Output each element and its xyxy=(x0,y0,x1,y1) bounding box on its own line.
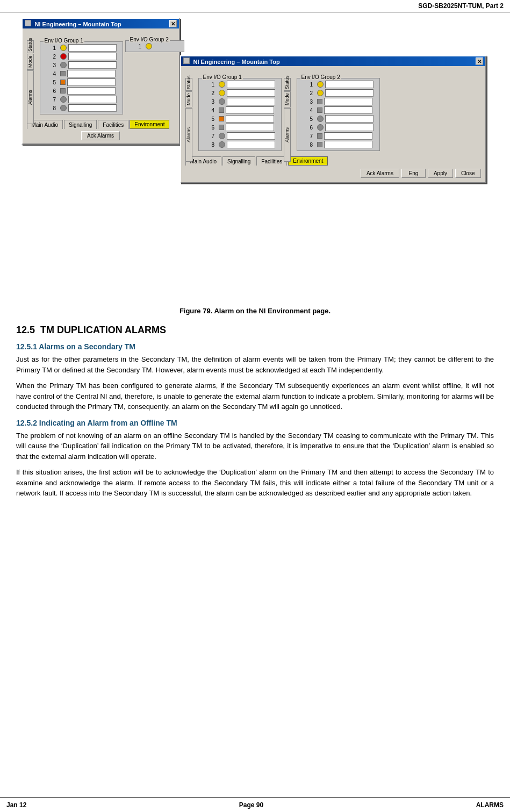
input-f2-5[interactable] xyxy=(325,115,373,123)
footer-left: Jan 12 xyxy=(6,801,26,809)
page-footer: Jan 12 Page 90 ALARMS xyxy=(0,797,510,812)
env-row-f1-4: 4 xyxy=(200,106,280,114)
input-f1-8[interactable] xyxy=(227,141,275,148)
eng-button[interactable]: Eng xyxy=(401,169,426,178)
window-back-title: NI Engineering – Mountain Top xyxy=(35,21,121,27)
window-front-title: NI Engineering – Mountain Top xyxy=(193,59,280,65)
env-row-f1-7: 7 xyxy=(200,132,280,140)
group1-front-label: Env I/O Group 1 xyxy=(202,74,243,80)
subsection-1-text1: Just as for the other parameters in the … xyxy=(16,354,494,375)
section-number: 12.5 TM D xyxy=(16,325,64,335)
env-row-back-6: 6 xyxy=(41,87,121,95)
input-f1-6[interactable] xyxy=(226,124,274,131)
status-lbl-front2: Status xyxy=(284,78,291,91)
subsection-2-text2: If this situation arises, the first acti… xyxy=(16,467,494,499)
input-f2-4[interactable] xyxy=(324,106,372,114)
status-lbl-front: Status xyxy=(185,78,192,91)
sq-f2-3 xyxy=(317,99,322,104)
env-row-f2-6: 6 xyxy=(298,124,378,131)
window-back-content: Status Mode Alarms Env I/O Group 1 1 2 3… xyxy=(23,28,179,143)
input-back-2[interactable] xyxy=(68,53,117,60)
tab-bar-front: Main Audio Signalling Facilities Environ… xyxy=(183,155,483,167)
input-f2-6[interactable] xyxy=(325,124,373,131)
ack-alarms-back[interactable]: Ack Alarms xyxy=(81,131,120,140)
sq-back-4 xyxy=(60,71,66,76)
env-row-back2-1: 1 xyxy=(127,43,183,49)
input-f1-7[interactable] xyxy=(227,132,275,140)
input-f2-7[interactable] xyxy=(324,132,372,140)
input-back-7[interactable] xyxy=(68,96,117,103)
env-row-f2-3: 3 xyxy=(298,98,378,105)
input-back-6[interactable] xyxy=(67,87,116,95)
apply-button[interactable]: Apply xyxy=(428,169,453,178)
env-row-back-1: 1 xyxy=(41,44,121,52)
sq-f2-8 xyxy=(317,142,322,147)
title-icon-back xyxy=(25,20,31,26)
env-row-f1-6: 6 xyxy=(200,124,280,131)
section-title-upper: UPLICATION xyxy=(64,325,125,335)
close-button[interactable]: Close xyxy=(455,169,481,178)
ack-btn-back-wrapper: Ack Alarms xyxy=(25,130,177,141)
subsection-12-5-1-heading: 12.5.1 Alarms on a Secondary TM xyxy=(16,342,494,351)
circle-back-1 xyxy=(60,45,67,51)
input-f2-2[interactable] xyxy=(325,89,373,97)
sq-f2-7 xyxy=(317,133,322,139)
title-icon-front xyxy=(183,58,190,64)
sq-f1-5 xyxy=(219,116,224,121)
env-row-back-3: 3 xyxy=(41,61,121,69)
input-f1-5[interactable] xyxy=(226,115,274,123)
tab-front-environment[interactable]: Environment xyxy=(288,156,328,166)
circle-f2-1 xyxy=(317,81,324,88)
input-back-1[interactable] xyxy=(68,44,117,52)
input-f2-3[interactable] xyxy=(324,98,372,105)
window-front-close-x[interactable]: ✕ xyxy=(476,58,483,65)
env-row-f2-7: 7 xyxy=(298,132,378,140)
input-f1-1[interactable] xyxy=(227,81,275,88)
sq-back-6 xyxy=(60,88,66,94)
window-back: NI Engineering – Mountain Top ✕ Status M… xyxy=(21,18,180,145)
ack-alarms-front[interactable]: Ack Alarms xyxy=(361,169,399,178)
circle-f1-8 xyxy=(219,141,225,148)
env-row-f1-2: 2 xyxy=(200,89,280,97)
input-f2-1[interactable] xyxy=(325,81,373,88)
circle-f1-2 xyxy=(219,90,225,96)
tab-bar-back: Main Audio Signalling Facilities Environ… xyxy=(25,119,177,130)
tab-front-facilities[interactable]: Facilities xyxy=(256,156,287,166)
tab-front-signalling[interactable]: Signalling xyxy=(222,156,255,166)
env-group2-back: Env I/O Group 2 1 xyxy=(125,40,184,52)
input-back-4[interactable] xyxy=(67,70,116,77)
section-title-upper2: A xyxy=(125,325,132,335)
env-groups-front: Status Mode Alarms Env I/O Group 1 1 2 3… xyxy=(183,68,483,153)
circle-f1-7 xyxy=(219,133,225,139)
input-back-8[interactable] xyxy=(68,104,117,112)
input-back-3[interactable] xyxy=(68,61,117,69)
env-row-f2-1: 1 xyxy=(298,81,378,88)
env-row-f2-2: 2 xyxy=(298,89,378,97)
tab-back-facilities[interactable]: Facilities xyxy=(98,120,128,129)
subsection-1-text2: When the Primary TM has been configured … xyxy=(16,380,494,412)
circle-back-3 xyxy=(60,62,67,68)
input-f2-8[interactable] xyxy=(324,141,372,148)
circle-f1-1 xyxy=(219,81,225,88)
input-f1-2[interactable] xyxy=(227,89,275,97)
window-front: NI Engineering – Mountain Top ✕ Status M… xyxy=(180,55,486,183)
input-back-5[interactable] xyxy=(67,78,116,86)
tab-back-signalling[interactable]: Signalling xyxy=(64,120,97,129)
window-back-titlebar: NI Engineering – Mountain Top ✕ xyxy=(23,19,179,28)
sq-f2-4 xyxy=(317,107,322,113)
window-back-close[interactable]: ✕ xyxy=(169,20,177,27)
input-f1-3[interactable] xyxy=(227,98,275,105)
env-groups-back: Status Mode Alarms Env I/O Group 1 1 2 3… xyxy=(25,31,177,117)
side-labels-front: Status Mode Alarms xyxy=(185,78,192,162)
mode-lbl-front2: Mode xyxy=(284,91,291,107)
circle-back2-1 xyxy=(146,43,152,49)
env-row-f1-1: 1 xyxy=(200,81,280,88)
sq-f1-4 xyxy=(219,107,224,113)
group2-front-label: Env I/O Group 2 xyxy=(300,74,341,80)
env-row-back-8: 8 xyxy=(41,104,121,112)
env-row-back-5: 5 xyxy=(41,78,121,86)
tab-back-environment[interactable]: Environment xyxy=(130,120,169,129)
input-f1-4[interactable] xyxy=(226,106,274,114)
alarms-label-back: Alarms xyxy=(27,70,34,124)
env-group2-front: Env I/O Group 2 1 2 3 4 5 6 7 8 xyxy=(297,78,380,151)
